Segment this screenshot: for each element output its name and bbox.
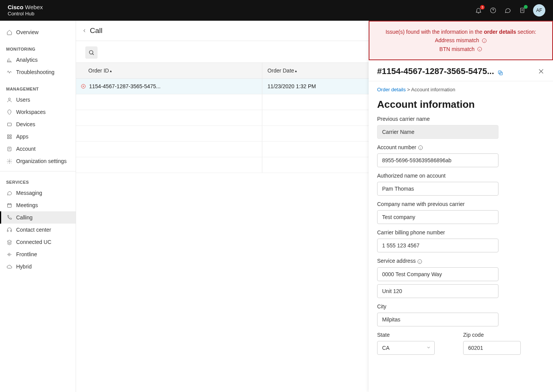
field-label: State <box>377 332 459 338</box>
nav-overview[interactable]: Overview <box>0 26 76 38</box>
apps-icon <box>6 133 12 140</box>
info-icon[interactable] <box>477 46 482 52</box>
svg-rect-4 <box>7 135 9 136</box>
nav-account[interactable]: Account <box>0 143 76 155</box>
auth-name-input[interactable] <box>377 182 498 196</box>
copy-icon[interactable] <box>497 68 503 74</box>
brand-light: Webex <box>25 4 43 10</box>
nav-label: Frontline <box>16 251 37 257</box>
crumb-link[interactable]: Order details <box>377 87 406 92</box>
detail-panel: Issue(s) found with the information in t… <box>369 21 553 392</box>
nav-connected-uc[interactable]: Connected UC <box>0 236 76 248</box>
alert-issue: BTN mismatch <box>439 45 475 53</box>
nav-apps[interactable]: Apps <box>0 130 76 143</box>
svg-rect-1 <box>521 8 524 13</box>
main: Call Numbers Locations Order ID▴ Order D… <box>76 21 553 392</box>
field-label: Service address <box>377 258 545 264</box>
nav-users[interactable]: Users <box>0 94 76 106</box>
nav-meetings[interactable]: Meetings <box>0 199 76 211</box>
svg-rect-10 <box>7 204 11 207</box>
close-icon[interactable] <box>538 68 545 75</box>
page-title: Call <box>90 26 103 35</box>
tasks-icon[interactable] <box>518 7 526 14</box>
nav-org-settings[interactable]: Organization settings <box>0 155 76 167</box>
field-zip: Zip code <box>463 332 545 355</box>
company-input[interactable] <box>377 210 498 224</box>
nav-label: Devices <box>16 121 35 127</box>
address2-input[interactable] <box>377 284 498 298</box>
nav-frontline[interactable]: Frontline <box>0 248 76 260</box>
field-prev-carrier: Previous carrier name <box>377 116 545 139</box>
svg-point-13 <box>89 51 93 54</box>
info-icon[interactable] <box>418 145 423 150</box>
account-number-input[interactable] <box>377 153 498 167</box>
nav-workspaces[interactable]: Workspaces <box>0 106 76 118</box>
header-icons: 3 AF <box>475 4 545 16</box>
home-icon <box>6 29 12 35</box>
section-heading: Account information <box>377 99 545 110</box>
logo: Cisco Webex Control Hub <box>8 4 43 17</box>
chat-icon[interactable] <box>504 7 512 14</box>
notifications-icon[interactable]: 3 <box>475 7 482 14</box>
city-input[interactable] <box>377 313 498 326</box>
field-state: State <box>377 332 459 355</box>
nav-analytics[interactable]: Analytics <box>0 54 76 66</box>
address1-input[interactable] <box>377 267 498 281</box>
field-company: Company name with previous carrier <box>377 201 545 224</box>
nav-label: Account <box>16 146 36 152</box>
btn-input[interactable] <box>377 239 498 252</box>
field-label: City <box>377 303 545 310</box>
order-date-text: 11/23/2020 1:32 PM <box>262 79 385 94</box>
cloud-icon <box>6 264 12 270</box>
search-icon <box>88 49 94 56</box>
calling-icon <box>6 214 12 221</box>
nav-label: Connected UC <box>16 239 51 245</box>
alert-text: section: <box>516 29 536 35</box>
field-account-number: Account number <box>377 144 545 167</box>
analytics-icon <box>6 57 12 63</box>
sidebar: Overview MONITORING Analytics Troublesho… <box>0 21 76 392</box>
col-order-id[interactable]: Order ID▴ <box>76 63 262 79</box>
state-select[interactable] <box>377 341 435 355</box>
account-icon <box>6 146 12 152</box>
svg-point-9 <box>8 160 10 162</box>
field-label: Account number <box>377 144 545 150</box>
alert-issue: Address mismatch <box>435 36 479 44</box>
error-icon <box>81 84 86 89</box>
nav-troubleshooting[interactable]: Troubleshooting <box>0 66 76 78</box>
nav-hybrid[interactable]: Hybrid <box>0 260 76 273</box>
field-label: Previous carrier name <box>377 116 545 122</box>
nav-label: Analytics <box>16 57 38 63</box>
avatar[interactable]: AF <box>533 4 545 16</box>
workspaces-icon <box>6 109 12 115</box>
nav-group-monitoring: MONITORING <box>0 38 76 54</box>
zip-input[interactable] <box>463 341 521 355</box>
tasks-badge <box>524 5 528 9</box>
nav-devices[interactable]: Devices <box>0 118 76 130</box>
panel-body: Order details > Account information Acco… <box>369 81 553 392</box>
search-button[interactable] <box>85 46 98 59</box>
field-city: City <box>377 303 545 326</box>
users-icon <box>6 97 12 103</box>
nav-messaging[interactable]: Messaging <box>0 187 76 199</box>
col-order-date[interactable]: Order Date▴ <box>262 63 385 79</box>
svg-rect-11 <box>7 230 8 232</box>
brand-sub: Control Hub <box>8 11 43 17</box>
settings-icon <box>6 158 12 164</box>
info-icon[interactable] <box>482 38 487 43</box>
svg-rect-3 <box>7 123 11 126</box>
devices-icon <box>6 121 12 127</box>
field-label: Company name with previous carrier <box>377 201 545 207</box>
nav-contact-center[interactable]: Contact center <box>0 224 76 236</box>
svg-rect-12 <box>10 230 12 232</box>
sort-icon: ▴ <box>295 69 297 73</box>
svg-rect-7 <box>10 137 11 138</box>
help-icon[interactable] <box>489 7 497 14</box>
order-id-text: 1154-4567-1287-3565-5475... <box>89 83 161 89</box>
nav-label: Hybrid <box>16 264 31 270</box>
back-icon[interactable] <box>82 28 88 33</box>
nav-label: Organization settings <box>16 158 67 164</box>
info-icon[interactable] <box>417 259 422 264</box>
alert-box: Issue(s) found with the information in t… <box>369 21 553 60</box>
nav-calling[interactable]: Calling <box>0 211 76 224</box>
